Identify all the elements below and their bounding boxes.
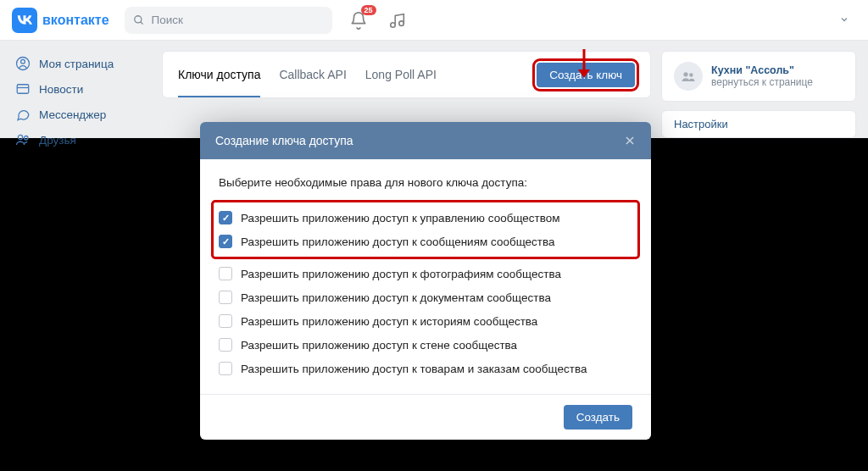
- modal-lead-text: Выберите необходимые права для нового кл…: [219, 176, 632, 189]
- left-sidebar: Моя страница Новости Мессенджер Друзья: [12, 51, 152, 152]
- sidebar-item-label: Друзья: [39, 134, 76, 147]
- perm-checkbox[interactable]: [219, 314, 232, 328]
- community-back-link: вернуться к странице: [711, 76, 813, 88]
- perm-checkbox[interactable]: [219, 291, 232, 304]
- tab-callback-api[interactable]: Callback API: [279, 53, 346, 96]
- community-name: Кухни "Ассоль": [711, 64, 813, 76]
- header: вконтакте Поиск 25: [0, 0, 868, 41]
- svg-point-3: [398, 20, 403, 25]
- modal-title: Создание ключа доступа: [215, 134, 353, 147]
- perm-checkbox[interactable]: [219, 338, 232, 352]
- highlighted-permissions: Разрешить приложению доступ к управлению…: [214, 202, 637, 257]
- svg-point-11: [689, 73, 693, 77]
- music-icon: [388, 11, 407, 30]
- message-icon: [15, 107, 31, 122]
- perm-checkbox[interactable]: [219, 235, 232, 248]
- news-icon: [15, 81, 31, 97]
- close-icon: [624, 135, 636, 147]
- perm-label: Разрешить приложению доступ к документам…: [241, 291, 551, 304]
- profile-menu[interactable]: [832, 8, 856, 33]
- perm-label: Разрешить приложению доступ к управлению…: [241, 212, 560, 224]
- modal-create-button[interactable]: Создать: [564, 405, 632, 429]
- sidebar-item-label: Моя страница: [39, 58, 114, 70]
- perm-checkbox[interactable]: [219, 267, 232, 280]
- brand-name: вконтакте: [42, 13, 109, 28]
- sidebar-item-profile[interactable]: Моя страница: [12, 51, 152, 76]
- sidebar-item-label: Мессенджер: [39, 108, 106, 121]
- svg-point-8: [18, 135, 22, 139]
- music-button[interactable]: [388, 11, 407, 30]
- tab-access-keys[interactable]: Ключи доступа: [178, 53, 260, 97]
- sidebar-item-label: Новости: [39, 83, 83, 96]
- notifications-button[interactable]: 25: [349, 11, 368, 30]
- sidebar-item-messenger[interactable]: Мессенджер: [12, 102, 152, 127]
- profile-icon: [15, 56, 31, 71]
- svg-point-0: [134, 15, 141, 22]
- svg-point-9: [25, 136, 29, 141]
- perm-checkbox[interactable]: [219, 211, 232, 224]
- svg-point-5: [21, 59, 25, 64]
- settings-link[interactable]: Настройки: [661, 110, 856, 138]
- perm-label: Разрешить приложению доступ к стене сооб…: [241, 339, 517, 352]
- right-sidebar: Кухни "Ассоль" вернуться к странице Наст…: [661, 51, 856, 138]
- svg-line-1: [140, 21, 142, 24]
- perm-row-messages[interactable]: Разрешить приложению доступ к сообщениям…: [219, 230, 632, 253]
- sidebar-item-news[interactable]: Новости: [12, 76, 152, 102]
- perm-row-wall[interactable]: Разрешить приложению доступ к стене сооб…: [219, 333, 632, 357]
- vk-logo-icon: [17, 15, 32, 25]
- svg-marker-13: [578, 69, 590, 78]
- modal-footer: Создать: [200, 394, 651, 440]
- perm-label: Разрешить приложению доступ к историям с…: [241, 315, 537, 328]
- perm-row-photos[interactable]: Разрешить приложению доступ к фотография…: [219, 262, 632, 285]
- vk-logo[interactable]: [12, 8, 37, 33]
- perm-checkbox[interactable]: [219, 362, 232, 375]
- svg-point-2: [390, 22, 395, 27]
- modal-header: Создание ключа доступа: [200, 122, 651, 159]
- perm-row-market[interactable]: Разрешить приложению доступ к товарам и …: [219, 357, 632, 380]
- perm-label: Разрешить приложению доступ к товарам и …: [241, 363, 587, 375]
- sidebar-item-friends[interactable]: Друзья: [12, 127, 152, 152]
- search-icon: [133, 14, 145, 26]
- perm-row-stories[interactable]: Разрешить приложению доступ к историям с…: [219, 309, 632, 333]
- perm-row-docs[interactable]: Разрешить приложению доступ к документам…: [219, 285, 632, 309]
- chevron-down-icon: [839, 14, 849, 25]
- modal-close-button[interactable]: [624, 135, 636, 147]
- community-avatar: [674, 62, 703, 91]
- svg-rect-6: [17, 85, 29, 94]
- friends-icon: [15, 132, 31, 147]
- search-input[interactable]: Поиск: [125, 7, 332, 34]
- search-placeholder: Поиск: [152, 14, 183, 26]
- perm-label: Разрешить приложению доступ к сообщениям…: [241, 236, 555, 248]
- perm-row-manage[interactable]: Разрешить приложению доступ к управлению…: [219, 206, 632, 230]
- group-icon: [681, 69, 696, 84]
- create-key-modal: Создание ключа доступа Выберите необходи…: [200, 122, 651, 440]
- tab-long-poll-api[interactable]: Long Poll API: [365, 53, 437, 96]
- notification-badge: 25: [361, 5, 376, 15]
- perm-label: Разрешить приложению доступ к фотография…: [241, 268, 561, 280]
- svg-point-10: [683, 72, 687, 76]
- community-card[interactable]: Кухни "Ассоль" вернуться к странице: [661, 51, 856, 102]
- annotation-arrow: [576, 49, 592, 81]
